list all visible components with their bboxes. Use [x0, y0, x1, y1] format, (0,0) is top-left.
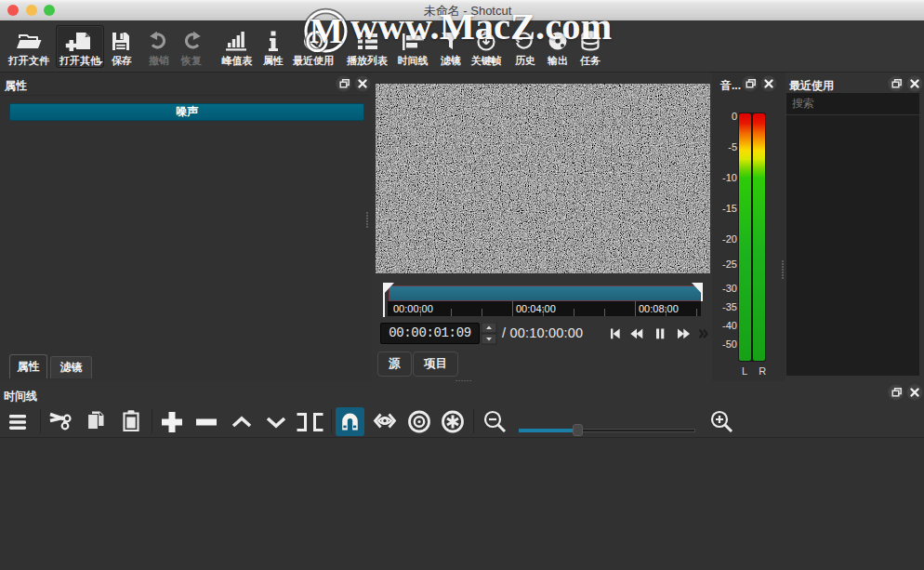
svg-text:00:08:00: 00:08:00	[639, 303, 679, 314]
svg-text:00:00:00: 00:00:00	[393, 303, 433, 314]
svg-text:00:04:00: 00:04:00	[516, 303, 556, 314]
